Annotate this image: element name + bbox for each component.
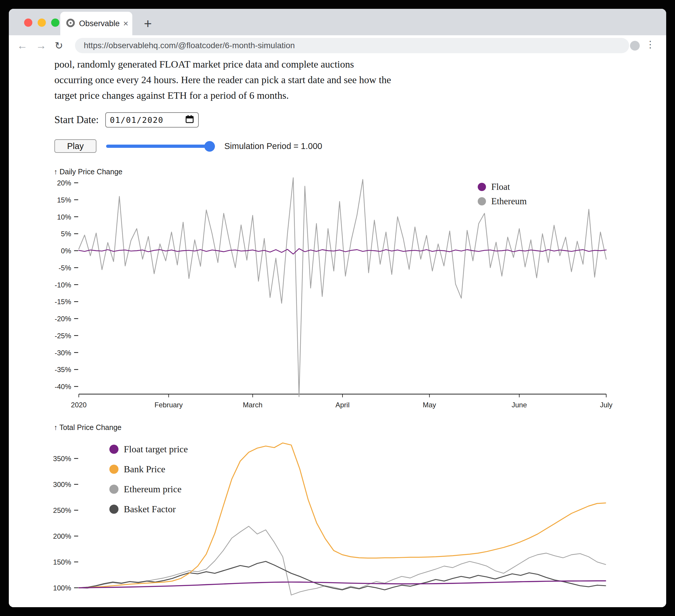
svg-text:350%: 350% [53, 455, 71, 463]
intro-paragraph: pool, randomly generated FLOAT market pr… [54, 57, 496, 103]
legend-item-ethereum: Ethereum [478, 196, 527, 207]
svg-text:-30%: -30% [55, 349, 71, 357]
legend-item-ethereum-price: Ethereum price [109, 484, 188, 494]
legend-item-float-target: Float target price [109, 444, 188, 455]
legend-label: Ethereum price [124, 484, 181, 494]
basket-factor-legend-dot [109, 505, 119, 514]
svg-text:-40%: -40% [55, 383, 71, 391]
svg-text:10%: 10% [57, 213, 71, 221]
svg-text:May: May [423, 401, 436, 409]
simulation-controls-row: Play Simulation Period = 1.000 [54, 139, 322, 153]
page-content: pool, randomly generated FLOAT market pr… [9, 56, 666, 607]
start-date-label: Start Date: [54, 114, 99, 126]
legend-label: Bank Price [124, 464, 165, 475]
url-bar[interactable]: https://observablehq.com/@floatcoder/6-m… [75, 38, 629, 53]
profile-icon[interactable] [630, 41, 640, 51]
legend-item-bank-price: Bank Price [109, 464, 188, 475]
reload-icon[interactable]: ↻ [55, 41, 63, 51]
start-date-value: 01/01/2020 [110, 116, 182, 125]
svg-text:100%: 100% [53, 584, 71, 592]
daily-price-change-chart: 20%15%10%5%0%-5%-10%-15%-20%-25%-30%-35%… [9, 165, 666, 417]
svg-text:-35%: -35% [55, 366, 71, 374]
svg-text:-15%: -15% [55, 298, 71, 306]
svg-text:-10%: -10% [55, 281, 71, 289]
ethereum-price-legend-dot [109, 485, 119, 494]
bank-price-legend-dot [109, 465, 119, 474]
total-price-change-chart: 350%300%250%200%150%100% [9, 420, 666, 607]
tab-close-icon[interactable]: × [123, 19, 129, 28]
traffic-light-minimize-button[interactable] [38, 18, 46, 27]
tab-strip: Observable × + [9, 9, 666, 35]
url-text: https://observablehq.com/@floatcoder/6-m… [84, 41, 295, 50]
svg-text:-25%: -25% [55, 332, 71, 340]
play-button[interactable]: Play [54, 139, 96, 153]
svg-text:2020: 2020 [71, 401, 86, 409]
observable-favicon-icon [66, 18, 76, 29]
start-date-input[interactable]: 01/01/2020 [105, 112, 199, 128]
start-date-row: Start Date: 01/01/2020 [54, 112, 199, 128]
float-target-legend-dot [109, 445, 119, 454]
traffic-light-close-button[interactable] [24, 18, 32, 27]
svg-text:June: June [512, 401, 527, 409]
tab-title: Observable [79, 19, 120, 28]
svg-text:15%: 15% [57, 196, 71, 204]
svg-text:300%: 300% [53, 480, 71, 488]
calendar-icon[interactable] [185, 115, 194, 125]
svg-text:March: March [243, 401, 262, 409]
legend-label: Float target price [124, 444, 188, 455]
svg-text:February: February [155, 401, 183, 409]
browser-window: Observable × + ← → ↻ https://observableh… [9, 9, 666, 607]
more-options-icon[interactable]: ⋮ [646, 39, 655, 50]
float-legend-dot [478, 183, 486, 191]
svg-text:150%: 150% [53, 558, 71, 566]
legend-label: Float [491, 182, 510, 192]
svg-text:5%: 5% [61, 230, 71, 238]
svg-text:-20%: -20% [55, 315, 71, 323]
new-tab-icon[interactable]: + [140, 15, 156, 32]
slider-track[interactable] [106, 145, 215, 148]
svg-text:0%: 0% [61, 247, 71, 255]
svg-text:July: July [600, 401, 613, 409]
simulation-period-slider[interactable] [106, 139, 215, 153]
svg-text:-5%: -5% [59, 264, 71, 272]
browser-toolbar: ← → ↻ https://observablehq.com/@floatcod… [9, 35, 666, 56]
svg-text:200%: 200% [53, 532, 71, 540]
back-icon[interactable]: ← [17, 40, 28, 51]
legend-item-float: Float [478, 182, 527, 192]
daily-chart-legend: Float Ethereum [478, 182, 527, 207]
svg-text:250%: 250% [53, 507, 71, 514]
forward-icon[interactable]: → [36, 40, 47, 51]
legend-item-basket-factor: Basket Factor [109, 504, 188, 515]
svg-text:April: April [335, 401, 350, 409]
ethereum-legend-dot [478, 197, 486, 206]
svg-text:20%: 20% [57, 179, 71, 187]
slider-thumb[interactable] [204, 141, 215, 152]
slider-value-label: Simulation Period = 1.000 [224, 141, 322, 151]
browser-tab[interactable]: Observable × [60, 12, 132, 35]
legend-label: Basket Factor [124, 504, 176, 515]
total-chart-legend: Float target price Bank Price Ethereum p… [109, 444, 188, 515]
traffic-light-zoom-button[interactable] [51, 18, 59, 27]
legend-label: Ethereum [491, 196, 527, 207]
